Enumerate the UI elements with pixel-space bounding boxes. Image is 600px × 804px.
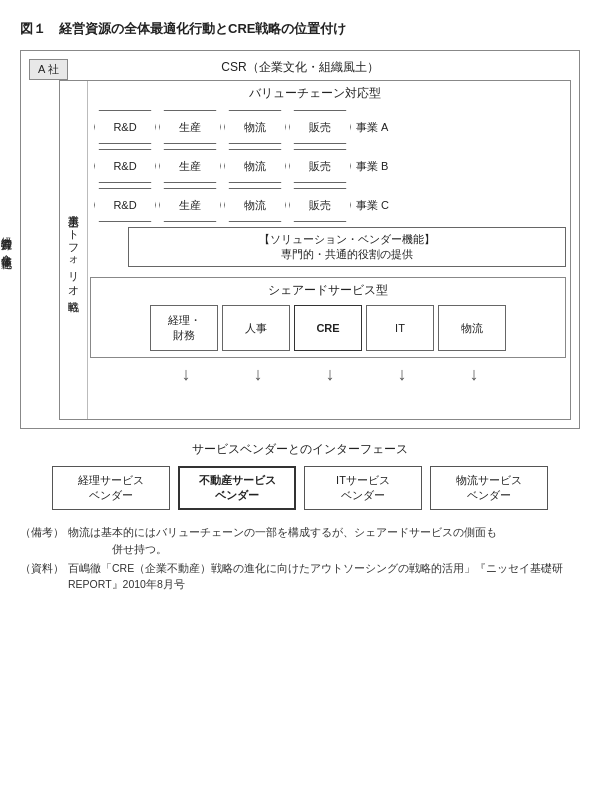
vc-label: バリューチェーン対応型 (60, 81, 570, 102)
shared-section: シェアードサービス型 経理・財務 人事 CRE IT 物流 (90, 277, 566, 358)
vendor-keiri: 経理サービスベンダー (52, 466, 170, 510)
shared-cell-keiri: 経理・財務 (150, 305, 218, 351)
interface-label: サービスベンダーとのインターフェース (20, 441, 580, 458)
hex-cell: R&D (94, 149, 156, 183)
biz-b-label: 事業 B (356, 159, 388, 174)
arrow-cre: ↓ (296, 364, 364, 385)
vc-row-b: R&D 生産 物流 販売 事業 B (94, 149, 566, 183)
arrow-jinji: ↓ (224, 364, 292, 385)
shared-cell-it: IT (366, 305, 434, 351)
vc-row-c: R&D 生産 物流 販売 事業 C (94, 188, 566, 222)
a-sha-label: A 社 (29, 59, 68, 80)
page-title: 図１ 経営資源の全体最適化行動とCRE戦略の位置付け (20, 20, 580, 38)
vc-row-a: R&D 生産 物流 販売 事業 A (94, 110, 566, 144)
hex-cell: 販売 (289, 110, 351, 144)
shared-cell-cre: CRE (294, 305, 362, 351)
hex-cell: 物流 (224, 149, 286, 183)
biz-c-label: 事業 C (356, 198, 389, 213)
hex-cell: 生産 (159, 188, 221, 222)
biko-text: 物流は基本的にはバリューチェーンの一部を構成するが、シェアードサービスの側面も … (68, 524, 580, 558)
vendor-row: 経理サービスベンダー 不動産サービスベンダー ITサービスベンダー 物流サービス… (20, 466, 580, 510)
biz-a-label: 事業 A (356, 120, 388, 135)
arrow-keiri: ↓ (152, 364, 220, 385)
solution-box: 【ソリューション・ベンダー機能】 専門的・共通的役割の提供 (128, 227, 566, 267)
hex-cell: 生産 (159, 110, 221, 144)
shared-cell-jinji: 人事 (222, 305, 290, 351)
hex-cell: 物流 (224, 110, 286, 144)
hex-cell: R&D (94, 110, 156, 144)
outer-box: A 社 CSR（企業文化・組織風土） 経営資源の全体最適化 バリューチェーン対応… (20, 50, 580, 429)
arrow-it: ↓ (368, 364, 436, 385)
inner-main: バリューチェーン対応型 事業ポートフォリオ戦略 R&D 生産 物流 販売 事業 … (59, 80, 571, 420)
shiryo-label: （資料） (20, 560, 68, 594)
hex-cell: 生産 (159, 149, 221, 183)
left-vertical-label: 経営資源の全体最適化 (0, 51, 19, 428)
shared-label: シェアードサービス型 (95, 282, 561, 299)
hex-cell: R&D (94, 188, 156, 222)
vendor-fudosan: 不動産サービスベンダー (178, 466, 296, 510)
note-shiryo: （資料） 百嶋徹「CRE（企業不動産）戦略の進化に向けたアウトソーシングの戦略的… (20, 560, 580, 594)
shared-cells-row: 経理・財務 人事 CRE IT 物流 (95, 303, 561, 353)
arrow-butsuryu: ↓ (440, 364, 508, 385)
hex-cell: 物流 (224, 188, 286, 222)
arrows-row: ↓ ↓ ↓ ↓ ↓ (94, 362, 566, 387)
vendor-it: ITサービスベンダー (304, 466, 422, 510)
hex-cell: 販売 (289, 149, 351, 183)
vendor-butsuryu: 物流サービスベンダー (430, 466, 548, 510)
shiryo-text: 百嶋徹「CRE（企業不動産）戦略の進化に向けたアウトソーシングの戦略的活用」『ニ… (68, 560, 580, 594)
csr-label: CSR（企業文化・組織風土） (29, 59, 571, 76)
shared-cell-butsuryu: 物流 (438, 305, 506, 351)
portfolio-label: 事業ポートフォリオ戦略 (60, 81, 88, 419)
hex-cell: 販売 (289, 188, 351, 222)
notes-section: （備考） 物流は基本的にはバリューチェーンの一部を構成するが、シェアードサービス… (20, 524, 580, 593)
biko-label: （備考） (20, 524, 68, 558)
note-biko: （備考） 物流は基本的にはバリューチェーンの一部を構成するが、シェアードサービス… (20, 524, 580, 558)
